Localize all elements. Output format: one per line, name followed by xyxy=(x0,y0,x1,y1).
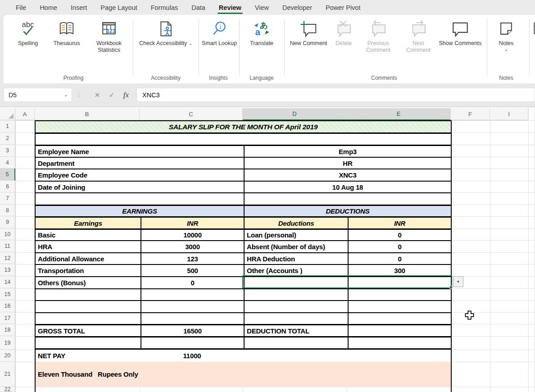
tab-home[interactable]: Home xyxy=(33,0,64,15)
cell-deductions-header[interactable]: DEDUCTIONS xyxy=(244,206,451,216)
row-header-2[interactable]: 2 xyxy=(0,132,15,145)
tab-power-pivot[interactable]: Power Pivot xyxy=(319,0,367,15)
spelling-button[interactable]: abc Spelling xyxy=(10,18,46,47)
row-header-4[interactable]: 4 xyxy=(0,157,15,169)
cell-employee-name-label[interactable]: Employee Name xyxy=(36,146,244,157)
tab-review[interactable]: Review xyxy=(212,0,248,15)
cell-b22[interactable] xyxy=(36,387,451,392)
cell-earning-name[interactable]: Basic xyxy=(36,230,141,240)
row-header-8[interactable]: 8 xyxy=(0,205,15,216)
cell-b16[interactable] xyxy=(36,301,141,312)
cell-inr-left-header[interactable]: INR xyxy=(141,218,244,228)
cell-earning-inr[interactable]: 10000 xyxy=(141,230,244,240)
row-header-12[interactable]: 12 xyxy=(0,252,15,264)
cell-date-of-joining-label[interactable]: Date of Joining xyxy=(36,182,244,192)
cell-earning-inr[interactable]: 123 xyxy=(141,253,244,264)
smart-lookup-button[interactable]: i Smart Lookup xyxy=(202,18,237,47)
cell-amount-in-words[interactable]: Eleven Thousand Rupees Only xyxy=(36,362,451,387)
tab-developer[interactable]: Developer xyxy=(276,0,319,15)
row-header-17[interactable]: 17 xyxy=(0,312,15,324)
row-header-10[interactable]: 10 xyxy=(0,228,15,240)
cell-deduction-total-label[interactable]: DEDUCTION TOTAL xyxy=(244,325,348,336)
cell-earning-name[interactable]: Others (Bonus) xyxy=(36,277,141,288)
tab-insert[interactable]: Insert xyxy=(64,0,94,15)
cell-b19[interactable] xyxy=(36,337,141,348)
row-header-19[interactable]: 19 xyxy=(0,336,15,350)
cell-earning-name[interactable]: Transportation xyxy=(36,265,141,276)
column-header-f[interactable]: F xyxy=(451,108,490,120)
formula-input[interactable]: XNC3 xyxy=(136,88,535,102)
cell-earning-inr[interactable]: 3000 xyxy=(141,241,244,252)
column-header-e[interactable]: E xyxy=(347,108,451,120)
column-header-d[interactable]: D xyxy=(243,108,347,120)
column-header-a[interactable]: A xyxy=(15,108,35,120)
cell-gross-total-label[interactable]: GROSS TOTAL xyxy=(36,325,141,336)
row-header-6[interactable]: 6 xyxy=(0,181,15,192)
cell-earning-inr[interactable]: 0 xyxy=(141,277,244,288)
cell-date-of-joining-value[interactable]: 10 Aug 18 xyxy=(244,182,451,192)
column-header-i[interactable]: I xyxy=(490,108,528,120)
cell-d15[interactable] xyxy=(244,289,348,300)
cancel-entry-button[interactable]: ✕ xyxy=(91,89,104,101)
row-header-20[interactable]: 20 xyxy=(0,350,15,362)
next-comment-button[interactable]: Next Comment xyxy=(400,18,437,54)
name-box[interactable]: D5 ⌄ xyxy=(4,88,72,102)
notes-button[interactable]: Notes ⌄ xyxy=(492,18,520,52)
row-header-3[interactable]: 3 xyxy=(0,145,15,157)
cell-deduction-name[interactable]: Absent (Number of days) xyxy=(244,241,348,252)
cell-d7[interactable] xyxy=(244,193,451,205)
row-header-13[interactable]: 13 xyxy=(0,264,15,276)
cell-d17[interactable] xyxy=(244,313,348,324)
previous-comment-button[interactable]: Previous Comment xyxy=(358,18,399,54)
row-header-14[interactable]: 14 xyxy=(0,276,15,288)
tab-data[interactable]: Data xyxy=(185,0,212,15)
cell-deduction-name[interactable]: Loan (personal) xyxy=(244,230,348,240)
data-validation-dropdown-button[interactable]: ▼ xyxy=(453,276,463,287)
cell-deduction-name[interactable]: Other (Accounts ) xyxy=(244,265,348,276)
column-header-b[interactable]: B xyxy=(35,108,140,120)
cell-deduction-inr[interactable]: 0 xyxy=(348,253,451,264)
fill-handle[interactable] xyxy=(449,286,453,289)
cell-e14[interactable] xyxy=(348,277,451,288)
cell-deduction-inr[interactable]: 0 xyxy=(348,241,451,252)
cell-deduction-inr[interactable]: 0 xyxy=(348,230,451,240)
cell-d20[interactable] xyxy=(244,350,451,362)
cell-net-pay-value[interactable]: 11000 xyxy=(141,350,244,362)
show-comments-button[interactable]: Show Comments xyxy=(438,18,482,47)
cell-inr-right-header[interactable]: INR xyxy=(348,218,451,228)
confirm-entry-button[interactable]: ✓ xyxy=(105,89,118,101)
cell-deductions-col-header[interactable]: Deductions xyxy=(244,218,348,228)
cell-e15[interactable] xyxy=(348,289,451,300)
row-header-7[interactable]: 7 xyxy=(0,192,15,205)
tab-view[interactable]: View xyxy=(248,0,276,15)
delete-comment-button[interactable]: Delete xyxy=(331,18,356,47)
row-header-16[interactable]: 16 xyxy=(0,300,15,312)
cell-earning-name[interactable]: Additional Allowance xyxy=(36,253,141,264)
cell-b17[interactable] xyxy=(36,313,141,324)
cell-b15[interactable] xyxy=(36,289,141,300)
insert-function-button[interactable]: fx xyxy=(120,89,132,101)
cell-c16[interactable] xyxy=(141,301,244,312)
formula-bar-grip[interactable]: ⋮ xyxy=(76,91,82,98)
row-header-18[interactable]: 18 xyxy=(0,324,15,336)
select-all-corner[interactable] xyxy=(0,108,15,120)
row-header-1[interactable]: 1 xyxy=(0,120,15,132)
cell-earnings-header[interactable]: EARNINGS xyxy=(36,206,244,216)
row-header-11[interactable]: 11 xyxy=(0,240,15,252)
row-header-9[interactable]: 9 xyxy=(0,216,15,228)
row-header-21[interactable]: 21 xyxy=(0,362,15,387)
cell-title[interactable]: SALARY SLIP FOR THE MONTH OF April 2019 xyxy=(36,121,451,132)
cell-department-label[interactable]: Department xyxy=(36,158,244,169)
cell-net-pay-label[interactable]: NET PAY xyxy=(36,350,141,362)
cell-c17[interactable] xyxy=(141,313,244,324)
cell-deduction-name[interactable]: HRA Deduction xyxy=(244,253,348,264)
tab-formulas[interactable]: Formulas xyxy=(144,0,185,15)
tab-file[interactable]: File xyxy=(9,0,33,15)
cell-earning-inr[interactable]: 500 xyxy=(141,265,244,276)
column-header-c[interactable]: C xyxy=(140,108,243,120)
thesaurus-button[interactable]: Thesaurus xyxy=(47,18,86,47)
cell-b7[interactable] xyxy=(36,193,244,205)
cell-employee-code-value selected-cell[interactable]: XNC3 xyxy=(244,169,451,181)
cell-earning-name[interactable]: HRA xyxy=(36,241,141,252)
tab-page-layout[interactable]: Page Layout xyxy=(94,0,144,15)
